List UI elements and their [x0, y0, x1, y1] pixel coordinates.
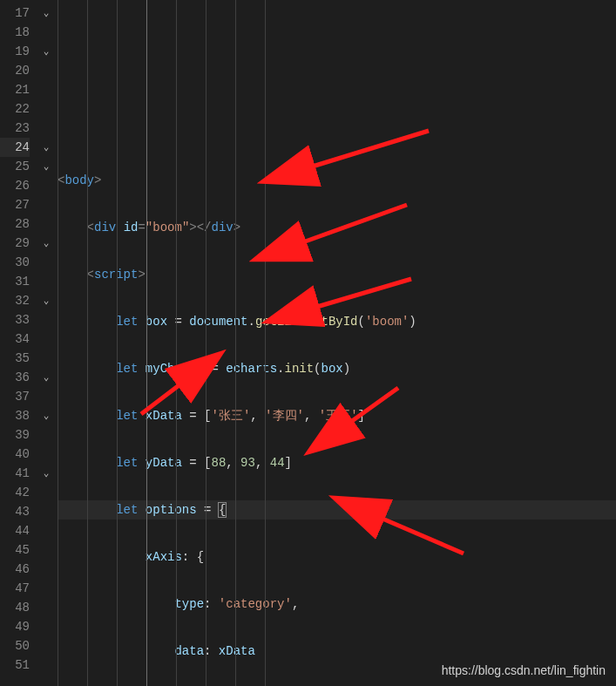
fold-gutter[interactable]: ⌄ ⌄ ⌄ ⌄ ⌄ ⌄ ⌄ ⌄ ⌄: [38, 0, 54, 686]
line-number[interactable]: 25: [0, 157, 30, 176]
line-number[interactable]: 42: [0, 483, 30, 502]
line-number[interactable]: 29: [0, 234, 30, 253]
line-number[interactable]: 47: [0, 579, 30, 598]
code-line[interactable]: let box = document.getElementById('boom'…: [58, 312, 616, 331]
fold-toggle[interactable]: ⌄: [38, 291, 54, 310]
line-number[interactable]: 19: [0, 42, 30, 61]
line-number[interactable]: 37: [0, 387, 30, 406]
line-number[interactable]: 31: [0, 272, 30, 291]
code-line[interactable]: let options = {: [58, 500, 616, 520]
line-number[interactable]: 35: [0, 349, 30, 368]
line-number[interactable]: 17: [0, 3, 30, 23]
line-number[interactable]: 44: [0, 521, 30, 540]
line-number[interactable]: 22: [0, 99, 30, 119]
line-number[interactable]: 40: [0, 445, 30, 464]
line-number[interactable]: 34: [0, 329, 30, 349]
fold-toggle[interactable]: ⌄: [38, 406, 54, 425]
annotation-arrows: [54, 0, 616, 686]
code-area[interactable]: <body> <div id="boom"></div> <script> le…: [54, 0, 616, 686]
fold-toggle[interactable]: ⌄: [38, 464, 54, 483]
fold-toggle[interactable]: ⌄: [38, 157, 54, 176]
fold-toggle[interactable]: ⌄: [38, 138, 54, 157]
line-number[interactable]: 46: [0, 560, 30, 579]
line-number[interactable]: 24: [0, 138, 30, 157]
line-number[interactable]: 36: [0, 368, 30, 387]
code-line[interactable]: let yData = [88, 93, 44]: [58, 453, 616, 472]
line-number[interactable]: 27: [0, 195, 30, 214]
fold-toggle[interactable]: ⌄: [38, 234, 54, 253]
line-number[interactable]: 48: [0, 598, 30, 617]
line-number[interactable]: 18: [0, 23, 30, 42]
code-line[interactable]: type: 'category',: [58, 594, 616, 614]
line-number[interactable]: 51: [0, 655, 30, 675]
fold-toggle[interactable]: ⌄: [38, 42, 54, 61]
line-number[interactable]: 32: [0, 291, 30, 310]
code-editor[interactable]: 17 18 19 20 21 22 23 24 25 26 27 28 29 3…: [0, 0, 616, 686]
code-line[interactable]: let xData = ['张三', '李四', '王五']: [58, 406, 616, 425]
line-number[interactable]: 43: [0, 502, 30, 521]
line-number[interactable]: 45: [0, 540, 30, 560]
code-line[interactable]: <script>: [58, 265, 616, 284]
svg-line-3: [311, 279, 411, 309]
line-number[interactable]: 50: [0, 636, 30, 655]
fold-toggle[interactable]: ⌄: [38, 3, 54, 23]
line-number[interactable]: 26: [0, 176, 30, 195]
line-number[interactable]: 28: [0, 214, 30, 234]
line-number[interactable]: 21: [0, 80, 30, 99]
svg-line-1: [307, 131, 429, 168]
code-line[interactable]: xAxis: {: [58, 547, 616, 567]
fold-toggle[interactable]: ⌄: [38, 368, 54, 387]
code-line[interactable]: let myCharts = echarts.init(box): [58, 359, 616, 378]
line-number[interactable]: 38: [0, 406, 30, 425]
line-number[interactable]: 41: [0, 464, 30, 483]
code-line[interactable]: data: xData: [58, 642, 616, 661]
line-number[interactable]: 20: [0, 61, 30, 80]
line-number[interactable]: 49: [0, 617, 30, 636]
code-line[interactable]: <body>: [58, 171, 616, 190]
line-number[interactable]: 33: [0, 310, 30, 329]
line-number-gutter[interactable]: 17 18 19 20 21 22 23 24 25 26 27 28 29 3…: [0, 0, 38, 686]
line-number[interactable]: 39: [0, 425, 30, 445]
code-line[interactable]: <div id="boom"></div>: [58, 218, 616, 237]
line-number[interactable]: 23: [0, 119, 30, 138]
line-number[interactable]: 30: [0, 253, 30, 272]
